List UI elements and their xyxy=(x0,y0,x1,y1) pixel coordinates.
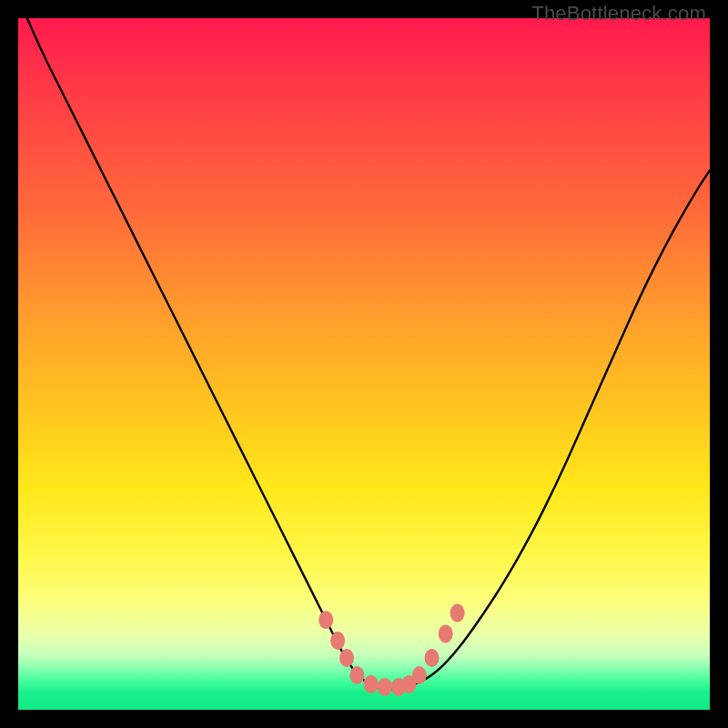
curve-marker xyxy=(450,604,465,622)
bottleneck-curve-path xyxy=(18,18,710,689)
chart-plot-area xyxy=(18,18,710,710)
curve-marker xyxy=(330,632,345,650)
watermark-text: TheBottleneck.com xyxy=(531,2,706,25)
curve-marker xyxy=(318,611,333,629)
bottleneck-curve xyxy=(18,18,710,710)
chart-frame: TheBottleneck.com xyxy=(0,0,728,728)
curve-marker xyxy=(378,678,392,696)
curve-marker xyxy=(424,649,439,667)
curve-marker xyxy=(349,666,364,684)
curve-marker xyxy=(412,666,427,684)
curve-marker xyxy=(439,624,453,642)
curve-marker xyxy=(364,675,379,693)
curve-marker xyxy=(339,649,354,667)
